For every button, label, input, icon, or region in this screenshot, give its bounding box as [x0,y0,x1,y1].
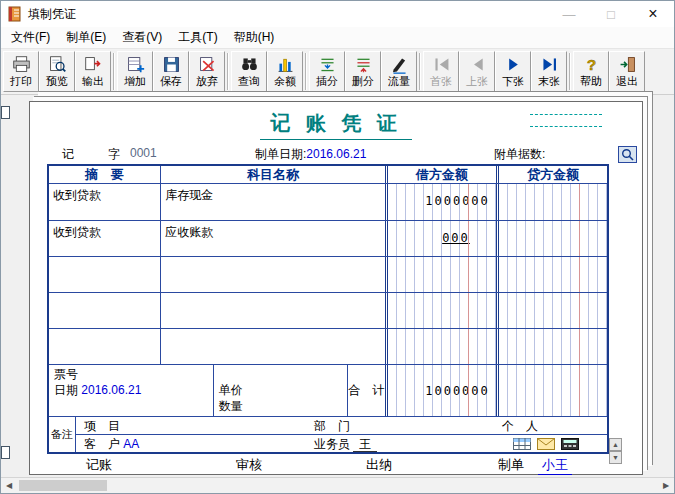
stacked-page-tab [1,106,10,119]
credit-cell[interactable] [496,184,607,220]
scrollbar-thumb[interactable] [19,480,107,491]
prev-page-button[interactable]: 上张 [459,51,495,92]
auditor-label: 审核 [236,456,262,474]
preview-button[interactable]: 预览 [39,51,75,92]
department-label[interactable]: 部 门 [314,418,350,435]
customer-field[interactable]: 客 户 AA [84,436,139,453]
debit-cell[interactable] [385,257,496,292]
toolbar-separator [305,53,307,90]
total-credit-cell [496,365,607,416]
header-credit: 贷方金额 [496,166,607,183]
minimize-button[interactable]: — [548,1,590,27]
remarks-fields: 项 目 部 门 个 人 客 户 AA 业务员 王 [76,417,607,452]
project-label[interactable]: 项 目 [84,418,120,435]
export-icon [84,55,103,74]
save-button[interactable]: 保存 [153,51,189,92]
summary-cell[interactable] [49,257,160,292]
envelope-tool-icon[interactable] [537,438,555,450]
account-cell[interactable]: 应收账款 [160,221,384,256]
credit-cell[interactable] [496,221,607,256]
bookkeeper-label: 记账 [86,456,112,474]
credit-cell[interactable] [496,257,607,292]
query-button[interactable]: 查询 [231,51,267,92]
maximize-button[interactable]: □ [590,1,632,27]
total-label: 合 计 [347,365,385,416]
summary-cell[interactable] [49,293,160,328]
print-button[interactable]: 打印 [3,51,39,92]
discard-button[interactable]: 放弃 [189,51,225,92]
voucher-number[interactable]: 0001 [130,146,157,160]
scrollbar-track[interactable] [17,478,658,493]
zoom-button[interactable] [618,146,637,163]
credit-cell[interactable] [496,329,607,364]
preparer-name[interactable]: 小王 [538,456,572,475]
first-page-button[interactable]: 首张 [423,51,459,92]
exit-button[interactable]: 退出 [609,51,645,92]
cash-flow-button[interactable]: 流量 [381,51,417,92]
scroll-left-button[interactable]: ◀ [1,478,17,493]
debit-cell[interactable] [385,293,496,328]
app-logo-icon [7,6,23,22]
voucher-title: 记 账 凭 证 [30,110,642,140]
menu-file[interactable]: 文件(F) [3,26,58,49]
horizontal-scrollbar[interactable]: ◀ ▶ [1,477,674,493]
preview-icon [48,55,67,74]
table-header-row: 摘 要 科目名称 借方金额 贷方金额 [49,166,607,184]
debit-cell[interactable] [385,329,496,364]
close-button[interactable]: × [632,1,674,27]
header-debit: 借方金额 [385,166,496,183]
next-page-icon [504,55,523,74]
debit-cell[interactable]: 000 [385,221,496,256]
toolbar-separator [227,53,229,90]
table-row [49,328,607,364]
table-row [49,292,607,328]
voucher-date-field[interactable]: 制单日期:2016.06.21 [255,146,366,163]
svg-text:?: ? [586,55,596,72]
last-page-button[interactable]: 末张 [531,51,567,92]
footer-date-field[interactable]: 日期 2016.06.21 [54,382,141,399]
debit-cell[interactable]: 1000000 [385,184,496,220]
quantity-label: 数量 [219,398,243,415]
cashier-label: 出纳 [366,456,392,474]
menu-voucher[interactable]: 制单(E) [58,26,114,49]
summary-cell[interactable] [49,329,160,364]
personal-label[interactable]: 个 人 [502,418,538,435]
grid-tool-icon[interactable] [513,438,531,450]
date-label: 制单日期: [255,147,306,161]
add-button[interactable]: 增加 [117,51,153,92]
next-page-button[interactable]: 下张 [495,51,531,92]
left-arrow-icon: ◀ [6,481,12,490]
menu-help[interactable]: 帮助(H) [226,26,283,49]
voucher-meta-row: 记 字 0001 制单日期:2016.06.21 附单据数: [30,146,642,164]
delete-row-button[interactable]: 删分 [345,51,381,92]
date-value[interactable]: 2016.06.21 [306,147,366,161]
account-cell[interactable]: 库存现金 [160,184,384,220]
price-qty-cell[interactable]: 单价 数量 [213,365,347,416]
row-up-button[interactable]: ▲ [609,438,622,451]
title-bar: 填制凭证 — □ × [1,1,674,27]
scroll-right-button[interactable]: ▶ [658,478,674,493]
account-cell[interactable] [160,293,384,328]
account-cell[interactable] [160,257,384,292]
toolbar: 打印 预览 输出 增加 保存 放弃 [1,49,674,95]
credit-cell[interactable] [496,293,607,328]
ticket-date-cell[interactable]: 票号 日期 2016.06.21 [49,365,213,416]
account-cell[interactable] [160,329,384,364]
discard-icon [198,55,217,74]
menu-tools[interactable]: 工具(T) [170,26,225,49]
help-icon: ? [582,55,601,74]
menu-view[interactable]: 查看(V) [114,26,170,49]
summary-cell[interactable]: 收到贷款 [49,184,160,220]
calculator-tool-icon[interactable] [561,438,579,450]
help-button[interactable]: ? 帮助 [573,51,609,92]
salesman-field[interactable]: 业务员 王 [314,436,377,453]
remarks-label: 备注 [49,417,76,452]
balance-button[interactable]: 余额 [267,51,303,92]
document-area: 记 账 凭 证 记 字 0001 制单日期:2016.06.21 附单据数: 摘… [1,95,674,479]
summary-cell[interactable]: 收到贷款 [49,221,160,256]
insert-row-button[interactable]: 插分 [309,51,345,92]
table-footer-row: 票号 日期 2016.06.21 单价 数量 合 计 1000000 [49,364,607,416]
voucher-page: 记 账 凭 证 记 字 0001 制单日期:2016.06.21 附单据数: 摘… [29,101,643,475]
attachments-label[interactable]: 附单据数: [494,146,545,163]
export-button[interactable]: 输出 [75,51,111,92]
